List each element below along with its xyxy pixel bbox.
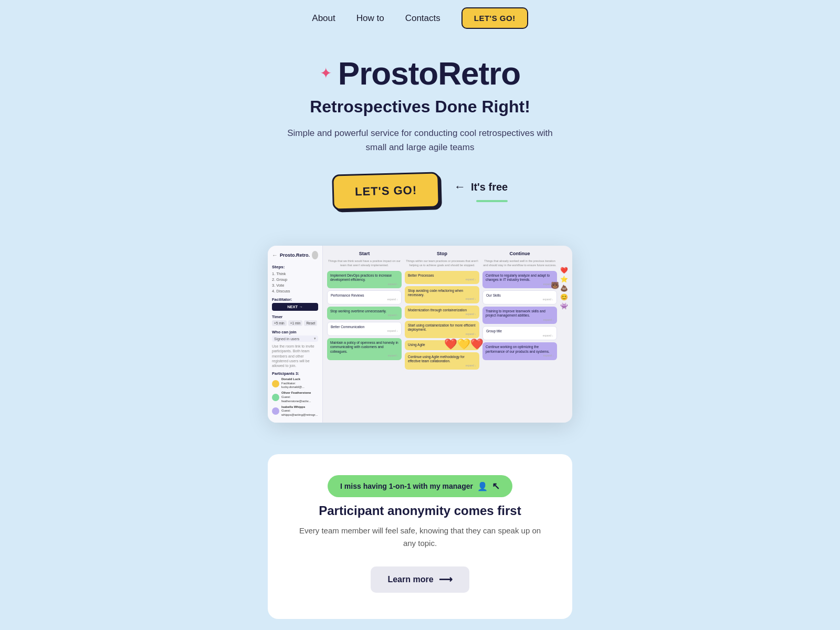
anon-chip: I miss having 1-on-1 with my manager 👤 ↖: [328, 475, 512, 497]
stop-column: Stop Things within our team practices or…: [405, 251, 479, 417]
expand-icon-5: expand ↓: [330, 354, 398, 358]
participant-2-avatar: [272, 394, 279, 401]
continue-col-subtitle: Things that already worked well in the p…: [482, 259, 557, 267]
dashboard-board: Start Things that we think would have a …: [323, 246, 572, 423]
sidebar-avatar: [312, 251, 318, 259]
anonymity-card: I miss having 1-on-1 with my manager 👤 ↖…: [268, 454, 572, 619]
continue-card-3: Training to improve teamwork skills and …: [482, 307, 557, 324]
start-col-title: Start: [327, 251, 402, 256]
expand-icon-10: expand ↓: [408, 364, 476, 368]
bear-icon: 🐻: [551, 281, 559, 290]
who-join-desc: Use the room link to invite participants…: [272, 344, 318, 368]
start-col-subtitle: Things that we think would have a positi…: [327, 259, 402, 267]
learn-more-button[interactable]: Learn more ⟶: [371, 566, 469, 593]
continue-col-title: Continue: [482, 251, 557, 256]
step-2: 2. Group: [272, 277, 318, 282]
sidebar-header: ← Prosto.Retro.: [272, 251, 318, 259]
learn-more-label: Learn more: [387, 575, 433, 584]
dashboard-frame: ← Prosto.Retro. Steps: 1. Think 2. Group…: [268, 246, 572, 423]
board-columns: Start Things that we think would have a …: [327, 251, 568, 417]
expand-icon-11: expand ↓: [486, 282, 554, 286]
hero-free-row: ← It's free: [454, 180, 508, 194]
participant-1-avatar: [272, 380, 279, 387]
stop-card-1: Better Processesexpand ↓: [405, 271, 479, 284]
expand-icon-1: expand ↓: [330, 282, 398, 286]
expand-icon-9: expand ↓: [408, 332, 476, 336]
navbar: About How to Contacts LET'S GO!: [0, 0, 840, 36]
participant-3: Isabella Whipps Guest: whipps@acting@ret…: [272, 405, 318, 417]
nav-about[interactable]: About: [312, 13, 335, 24]
anon-description: Every team member will feel safe, knowin…: [294, 524, 546, 550]
arrow-right-icon: ⟶: [439, 574, 453, 585]
person-icon: 👤: [477, 481, 488, 491]
continue-card-4: Group titleexpand ↓: [482, 326, 557, 340]
nav-cta-button[interactable]: LET'S GO!: [461, 7, 528, 29]
participant-1-name: Donald Luck: [281, 377, 318, 382]
participant-2-role: Guest: featherstone@activ...: [281, 395, 318, 404]
start-card-3: Stop working overtime unnecessarily.expa…: [327, 307, 402, 320]
expand-icon-2: expand ↓: [331, 298, 398, 301]
next-button[interactable]: NEXT →: [272, 303, 318, 311]
continue-card-2: Our Skillsexpand ↓: [482, 290, 557, 304]
hero-subtitle: Retrospectives Done Right!: [310, 97, 530, 117]
sidebar-logo: Prosto.Retro.: [280, 253, 310, 258]
signed-chevron: ▾: [314, 337, 316, 341]
hero-description: Simple and powerful service for conducti…: [284, 126, 556, 154]
emoji-face: 😊: [560, 293, 568, 301]
expand-icon-6: expand ↓: [408, 278, 476, 281]
steps-label: Steps:: [272, 265, 318, 269]
stop-card-5: Using Agile ❤️💛❤️❤️❤️: [405, 340, 479, 350]
expand-icon-7: expand ↓: [408, 297, 476, 301]
start-card-1: Implement DevOps practices to increase d…: [327, 271, 402, 288]
hero-title: ProstoRetro: [338, 57, 520, 90]
start-card-5: Maintain a policy of openness and honest…: [327, 338, 402, 360]
hero-cta-row: LET'S GO! ← It's free: [332, 173, 508, 209]
nav-howto[interactable]: How to: [356, 13, 384, 24]
arrow-left-icon: ←: [454, 180, 466, 194]
signed-in-text: Signed in users: [274, 337, 299, 341]
participant-3-role: Guest: whipps@acting@retrogr...: [281, 409, 318, 417]
timer-chip-5[interactable]: +5 min: [272, 320, 287, 326]
hero-free-underline: [476, 200, 508, 202]
continue-column: Continue Things that already worked well…: [482, 251, 557, 417]
anon-chip-text: I miss having 1-on-1 with my manager: [340, 482, 473, 490]
participants-label: Participants 3:: [272, 371, 318, 376]
stop-card-4: Start using containerization for more ef…: [405, 321, 479, 338]
timer-chip-reset[interactable]: Reset: [304, 320, 317, 326]
participant-2-name: Oliver Featherstone: [281, 391, 318, 395]
step-4: 4. Discuss: [272, 289, 318, 293]
participant-3-name: Isabella Whipps: [281, 405, 318, 410]
emoji-alien: 👾: [560, 302, 568, 310]
continue-card-1: Continue to regularly analyze and adapt …: [482, 271, 557, 288]
stop-col-title: Stop: [405, 251, 479, 256]
emoji-poop: 💩: [560, 285, 568, 292]
nav-contacts[interactable]: Contacts: [405, 13, 440, 24]
hero-cta-button[interactable]: LET'S GO!: [332, 172, 440, 211]
sparkle-icon: ✦: [320, 66, 332, 81]
hero-logo-area: ✦ ProstoRetro: [320, 57, 520, 90]
timer-chips: +5 min +1 min Reset: [272, 320, 318, 326]
anonymity-section: I miss having 1-on-1 with my manager 👤 ↖…: [0, 454, 840, 630]
emoji-heart: ❤️: [560, 267, 568, 274]
stop-card-6: Continue using Agile methodology for eff…: [405, 352, 479, 370]
expand-icon-4: expand ↓: [331, 329, 398, 333]
participant-3-avatar: [272, 407, 279, 415]
start-column: Start Things that we think would have a …: [327, 251, 402, 417]
back-icon: ←: [272, 252, 278, 258]
dashboard-sidebar: ← Prosto.Retro. Steps: 1. Think 2. Group…: [268, 246, 323, 423]
participant-2: Oliver Featherstone Guest: featherstone@…: [272, 391, 318, 403]
signed-in-row: Signed in users ▾: [272, 335, 318, 342]
timer-chip-1[interactable]: +1 min: [288, 320, 303, 326]
hero-free-text: It's free: [471, 181, 508, 193]
hero-section: ✦ ProstoRetro Retrospectives Done Right!…: [0, 36, 840, 246]
participant-1-role: Facilitator: lucky.donald@...: [281, 382, 318, 390]
stop-card-3: Modernization through containerizationex…: [405, 306, 479, 319]
dashboard-wrapper: ← Prosto.Retro. Steps: 1. Think 2. Group…: [0, 246, 840, 454]
start-card-2: Performance Reviewsexpand ↓: [327, 290, 402, 304]
expand-icon-3: expand ↓: [330, 313, 398, 317]
step-3: 3. Vote: [272, 283, 318, 288]
cursor-icon: ↖: [492, 480, 500, 492]
expand-icon-15: expand ↓: [486, 354, 554, 358]
expand-icon-13: expand ↓: [486, 318, 554, 322]
emoji-reactions-col: ❤️ ⭐ 💩 😊 👾: [560, 251, 568, 417]
